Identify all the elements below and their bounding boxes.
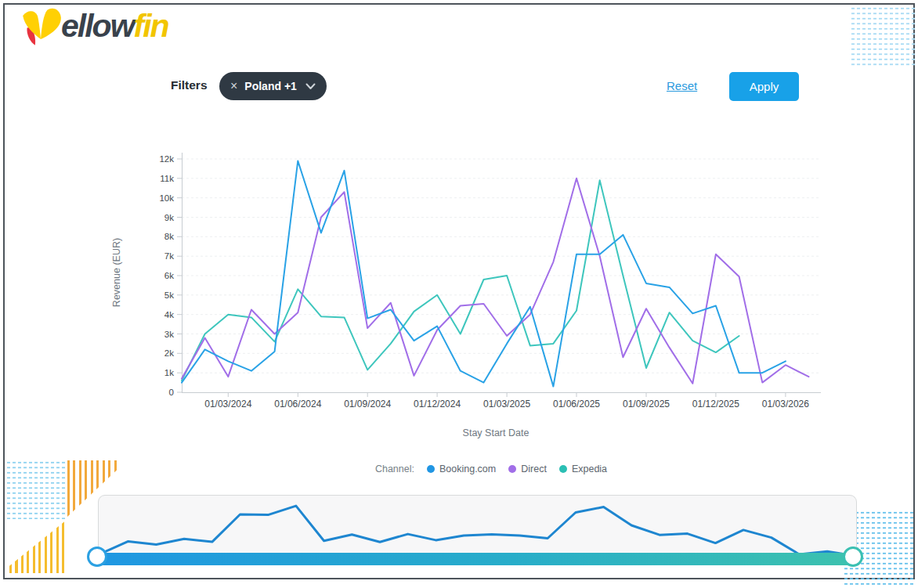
- svg-text:9k: 9k: [164, 213, 174, 222]
- series-line-direct: [182, 179, 809, 384]
- legend-item-direct[interactable]: Direct: [508, 464, 547, 474]
- series-line-bookingcom: [182, 161, 786, 387]
- svg-text:01/06/2025: 01/06/2025: [553, 399, 600, 409]
- time-brush-panel[interactable]: [98, 495, 857, 561]
- svg-text:01/03/2024: 01/03/2024: [204, 399, 251, 409]
- series-line-expedia: [182, 180, 739, 381]
- svg-text:8k: 8k: [164, 232, 174, 241]
- svg-text:0: 0: [169, 388, 174, 397]
- svg-text:10k: 10k: [159, 193, 174, 203]
- legend-item-label: Direct: [521, 464, 547, 474]
- chip-remove-icon[interactable]: ×: [230, 79, 237, 93]
- dot-pattern-top-right: [851, 6, 916, 67]
- svg-text:11k: 11k: [160, 174, 174, 183]
- legend-dot-icon: [559, 465, 567, 473]
- range-slider-handle-right[interactable]: [843, 547, 863, 567]
- legend-item-label: Booking.com: [439, 464, 496, 474]
- svg-text:01/03/2025: 01/03/2025: [483, 399, 530, 409]
- svg-text:3k: 3k: [164, 330, 174, 339]
- svg-text:01/06/2024: 01/06/2024: [274, 399, 321, 409]
- x-axis-title: Stay Start Date: [463, 427, 529, 438]
- chip-label: Poland +1: [244, 80, 297, 92]
- svg-text:2k: 2k: [164, 348, 174, 358]
- brush-overview-line: [99, 496, 856, 560]
- range-slider-handle-left[interactable]: [87, 547, 107, 567]
- svg-text:01/12/2024: 01/12/2024: [414, 399, 461, 409]
- legend-items: Booking.comDirectExpedia: [427, 464, 607, 474]
- svg-text:4k: 4k: [164, 310, 174, 319]
- yellowfin-wordmark: ellowfin: [61, 10, 168, 42]
- svg-text:12k: 12k: [159, 154, 174, 164]
- svg-text:6k: 6k: [164, 271, 174, 280]
- filter-chip-poland[interactable]: × Poland +1: [219, 72, 327, 100]
- apply-button[interactable]: Apply: [729, 72, 799, 101]
- chart-legend: Channel: Booking.comDirectExpedia: [182, 464, 801, 474]
- filters-label: Filters: [171, 78, 208, 92]
- chevron-down-icon[interactable]: [305, 83, 316, 90]
- svg-text:5k: 5k: [164, 290, 174, 300]
- legend-title: Channel:: [375, 464, 414, 474]
- reset-link[interactable]: Reset: [667, 79, 697, 92]
- legend-item-expedia[interactable]: Expedia: [559, 464, 607, 474]
- legend-item-label: Expedia: [572, 464, 607, 474]
- svg-text:01/09/2024: 01/09/2024: [344, 399, 391, 409]
- yellowfin-logo-mark: [17, 6, 64, 51]
- dot-pattern-bottom-left: [6, 460, 67, 519]
- legend-dot-icon: [427, 465, 435, 473]
- svg-text:01/12/2025: 01/12/2025: [692, 399, 739, 409]
- legend-item-bookingcom[interactable]: Booking.com: [427, 464, 496, 474]
- legend-dot-icon: [508, 465, 516, 473]
- svg-text:1k: 1k: [164, 368, 174, 377]
- svg-text:7k: 7k: [164, 251, 174, 261]
- range-slider-track[interactable]: [98, 553, 854, 565]
- svg-text:01/09/2025: 01/09/2025: [623, 399, 670, 409]
- yellowfin-logo: ellowfin: [17, 6, 168, 51]
- y-axis-title: Revenue (EUR): [111, 238, 122, 307]
- svg-text:01/03/2026: 01/03/2026: [762, 399, 809, 409]
